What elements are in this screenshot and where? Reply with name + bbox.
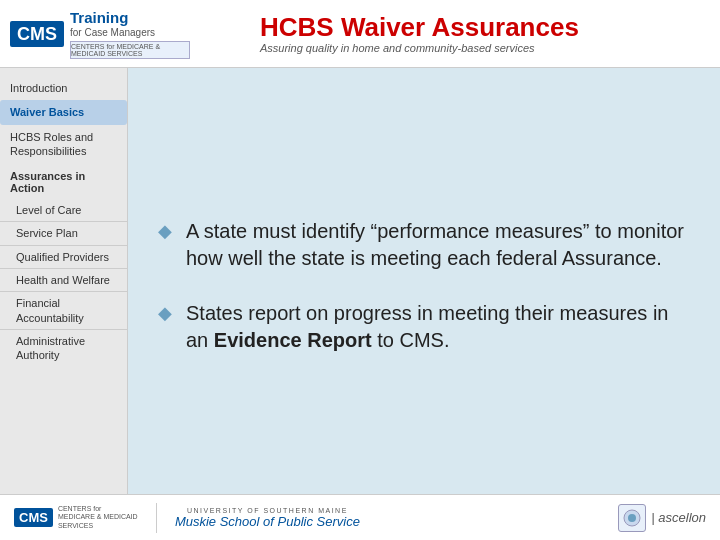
- bullet-item-2: ◆ States report on progress in meeting t…: [158, 300, 690, 354]
- footer-divider: [156, 503, 157, 533]
- sidebar-item-level-of-care[interactable]: Level of Care: [0, 199, 127, 222]
- hcbs-subtitle: Assuring quality in home and community-b…: [260, 42, 710, 54]
- footer-cms-text: CENTERS for MEDICARE & MEDICAID SERVICES: [58, 505, 138, 530]
- sidebar-item-administrative-authority[interactable]: Administrative Authority: [0, 330, 127, 367]
- bullet-text-1: A state must identify “performance measu…: [186, 218, 690, 272]
- cms-training-text: Training for Case Managers CENTERS for M…: [70, 9, 190, 59]
- footer-usm-top: UNIVERSITY OF SOUTHERN MAINE: [187, 507, 348, 514]
- training-title: Training: [70, 9, 190, 27]
- sidebar-item-health-welfare[interactable]: Health and Welfare: [0, 269, 127, 292]
- footer-ascellon: | ascellon: [618, 504, 706, 532]
- sidebar-item-waiver-basics[interactable]: Waiver Basics: [0, 100, 127, 124]
- bullet2-suffix: to CMS.: [372, 329, 450, 351]
- ascellon-icon: [618, 504, 646, 532]
- hcbs-title: HCBS Waiver Assurances: [260, 13, 710, 42]
- main-layout: Introduction Waiver Basics HCBS Roles an…: [0, 68, 720, 494]
- sidebar: Introduction Waiver Basics HCBS Roles an…: [0, 68, 128, 494]
- bullet-item-1: ◆ A state must identify “performance mea…: [158, 218, 690, 272]
- header-left: CMS Training for Case Managers CENTERS f…: [10, 9, 240, 59]
- training-sub: for Case Managers: [70, 27, 190, 39]
- bullet-diamond-1: ◆: [158, 220, 172, 242]
- footer-usm-main: Muskie School of Public Service: [175, 514, 360, 529]
- header-right: HCBS Waiver Assurances Assuring quality …: [240, 13, 710, 54]
- sidebar-item-hcbs-roles[interactable]: HCBS Roles and Responsibilities: [0, 125, 127, 164]
- bullet-diamond-2: ◆: [158, 302, 172, 324]
- footer-cms-box: CMS: [14, 508, 53, 527]
- sidebar-item-introduction[interactable]: Introduction: [0, 76, 127, 100]
- cms-logo: CMS Training for Case Managers CENTERS f…: [10, 9, 190, 59]
- sidebar-item-financial-accountability[interactable]: Financial Accountability: [0, 292, 127, 330]
- cms-logo-box: CMS: [10, 21, 64, 47]
- header: CMS Training for Case Managers CENTERS f…: [0, 0, 720, 68]
- sidebar-item-service-plan[interactable]: Service Plan: [0, 222, 127, 245]
- bullet-text-2: States report on progress in meeting the…: [186, 300, 690, 354]
- ascellon-text: | ascellon: [651, 510, 706, 525]
- sidebar-section-assurances: Assurances in Action: [0, 165, 127, 199]
- bullet2-bold: Evidence Report: [214, 329, 372, 351]
- sidebar-item-qualified-providers[interactable]: Qualified Providers: [0, 246, 127, 269]
- svg-point-1: [628, 514, 636, 522]
- footer-cms-logo: CMS CENTERS for MEDICARE & MEDICAID SERV…: [14, 505, 138, 530]
- footer: CMS CENTERS for MEDICARE & MEDICAID SERV…: [0, 494, 720, 540]
- hcbs-prefix: HCBS: [260, 12, 334, 42]
- footer-usm: UNIVERSITY OF SOUTHERN MAINE Muskie Scho…: [175, 507, 360, 529]
- cms-banner: CENTERS for MEDICARE & MEDICAID SERVICES: [70, 41, 190, 59]
- hcbs-title-text: Waiver Assurances: [334, 12, 579, 42]
- main-content: ◆ A state must identify “performance mea…: [128, 68, 720, 494]
